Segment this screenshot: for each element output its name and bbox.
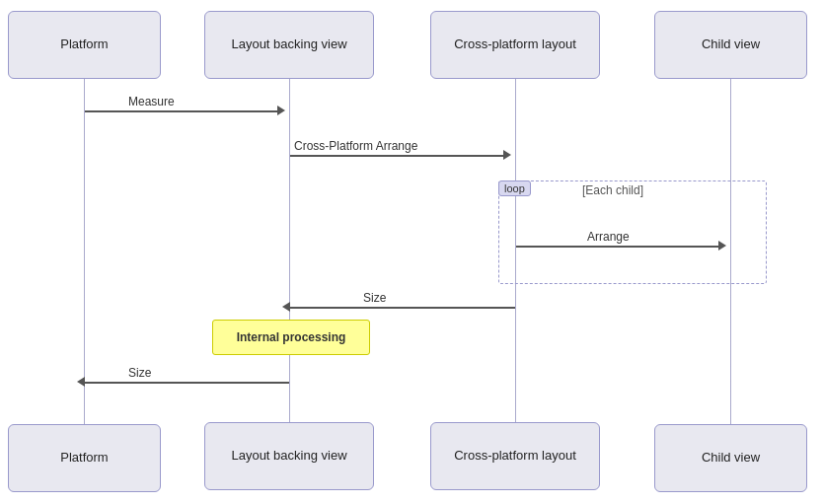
sequence-diagram: Platform Layout backing view Cross-platf… [0,0,823,504]
actor-child-view-top: Child view [654,11,807,79]
loop-label: loop [498,180,531,196]
actor-cross-platform-bottom-label: Cross-platform layout [454,448,576,465]
actor-layout-backing-top-label: Layout backing view [231,36,346,53]
actor-platform-top-label: Platform [60,36,108,53]
internal-processing-box: Internal processing [212,320,370,355]
actor-layout-backing-bottom-label: Layout backing view [231,448,346,465]
actor-layout-backing-top: Layout backing view [204,11,374,79]
size-from-layout-line [85,382,289,384]
size-from-cross-arrowhead [282,302,290,312]
loop-each-label: [Each child] [582,183,643,197]
actor-platform-top: Platform [8,11,161,79]
actor-child-view-bottom: Child view [654,424,807,492]
measure-label: Measure [128,95,175,108]
actor-cross-platform-top: Cross-platform layout [430,11,600,79]
arrange-line [516,246,722,248]
measure-line [85,110,281,112]
actor-platform-bottom: Platform [8,424,161,492]
size-from-cross-label: Size [363,291,386,305]
cross-platform-arrange-arrowhead [503,150,511,160]
arrange-label: Arrange [587,230,630,244]
cross-platform-arrange-label: Cross-Platform Arrange [294,139,417,153]
actor-cross-platform-bottom: Cross-platform layout [430,422,600,490]
actor-child-view-bottom-label: Child view [702,450,760,467]
internal-processing-label: Internal processing [237,330,346,344]
lifeline-layout-backing [289,79,290,424]
actor-platform-bottom-label: Platform [60,450,108,467]
size-from-cross-line [290,307,515,309]
lifeline-platform [84,79,85,424]
arrange-arrowhead [718,241,726,251]
actor-layout-backing-bottom: Layout backing view [204,422,374,490]
size-from-layout-label: Size [128,366,151,380]
actor-child-view-top-label: Child view [702,36,760,53]
measure-arrowhead [277,106,285,115]
size-from-layout-arrowhead [77,377,85,387]
actor-cross-platform-top-label: Cross-platform layout [454,36,576,53]
cross-platform-arrange-line [290,155,507,157]
